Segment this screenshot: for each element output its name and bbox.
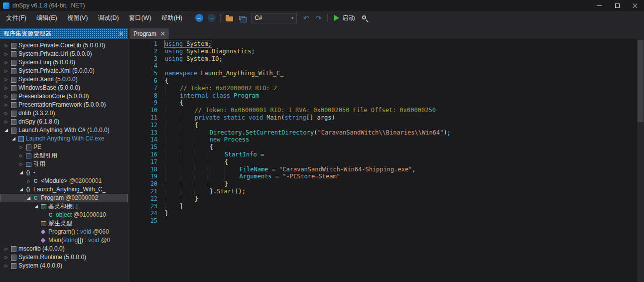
tree-item[interactable]: ▷PresentationFramework (5.0.0.0): [0, 101, 128, 109]
close-button[interactable]: [626, 0, 644, 11]
indent-guide: [180, 173, 195, 180]
tree-item[interactable]: 派生类型: [0, 219, 128, 228]
code-line: 2using System.Diagnostics;: [129, 48, 644, 55]
close-icon: [633, 3, 638, 8]
line-number: 16: [129, 151, 157, 158]
code-line: 13 Directory.SetCurrentDirectory("Carava…: [129, 129, 644, 137]
menu-item[interactable]: 窗口(W): [124, 11, 156, 25]
expand-arrow-icon[interactable]: ▷: [3, 67, 9, 75]
tree-item[interactable]: ▷System.Linq (5.0.0.0): [0, 58, 128, 67]
minimize-button[interactable]: [590, 0, 608, 11]
tree-item[interactable]: ▷dnlib (3.3.2.0): [0, 109, 128, 118]
tree-item[interactable]: ▷<Module> @02000001: [0, 177, 128, 185]
tree-item[interactable]: ▷System.Runtime (5.0.0.0): [0, 253, 128, 262]
line-number: 21: [129, 188, 157, 195]
tree-item[interactable]: ◢Program @02000002: [0, 194, 128, 202]
indent-guide: [180, 122, 195, 129]
menu-item[interactable]: 视图(V): [62, 11, 93, 25]
code-text: }: [165, 180, 228, 188]
tree-item[interactable]: Program() : void @060: [0, 228, 128, 236]
menu-item[interactable]: 调试(D): [93, 11, 124, 25]
expand-arrow-icon[interactable]: ▷: [3, 41, 9, 50]
indent-guide: [195, 173, 210, 180]
tree-item[interactable]: ◢-: [0, 168, 128, 177]
code-line: 22 }: [129, 195, 644, 203]
collapse-arrow-icon[interactable]: ◢: [33, 202, 39, 211]
tree-item[interactable]: ▷System.Xaml (5.0.0.0): [0, 75, 128, 84]
collapse-arrow-icon[interactable]: ◢: [18, 168, 24, 177]
tree-item[interactable]: object @01000010: [0, 211, 128, 219]
panel-close-button[interactable]: [118, 30, 125, 37]
expand-arrow-icon[interactable]: ▷: [3, 75, 9, 84]
expand-arrow-icon[interactable]: ▷: [3, 101, 9, 109]
expand-arrow-icon[interactable]: ▷: [18, 151, 24, 160]
tree-item[interactable]: ▷dnSpy (6.1.8.0): [0, 118, 128, 126]
expand-arrow-icon[interactable]: ▷: [18, 160, 24, 168]
tree-item-label: mscorlib (4.0.0.0): [18, 245, 65, 253]
expand-arrow-icon[interactable]: ▷: [25, 177, 32, 185]
collapse-arrow-icon[interactable]: ◢: [3, 126, 9, 135]
tab-label: Program: [133, 30, 156, 37]
navigate-forward-button[interactable]: →: [205, 12, 218, 23]
menu-item[interactable]: 帮助(H): [156, 11, 187, 25]
tree-item[interactable]: ▷PE: [0, 143, 128, 151]
tree-item[interactable]: ▷System.Private.Xml (5.0.0.0): [0, 67, 128, 75]
menu-item[interactable]: 编辑(E): [31, 11, 62, 25]
tree-item[interactable]: ◢Launch_Anything_With_C_: [0, 185, 128, 194]
language-select[interactable]: C# ▼: [251, 13, 297, 23]
expand-arrow-icon[interactable]: ▷: [3, 253, 9, 262]
tree-item[interactable]: ▷引用: [0, 160, 128, 168]
start-debug-button[interactable]: 启动: [330, 12, 359, 23]
maximize-button[interactable]: [608, 0, 626, 11]
redo-button[interactable]: ↷: [312, 12, 325, 23]
navigate-back-button[interactable]: ←: [193, 12, 205, 23]
tree-item[interactable]: ◢基类和接口: [0, 202, 128, 211]
expand-arrow-icon[interactable]: ▷: [3, 109, 9, 118]
tree-item[interactable]: ◢Launch Anything With C#.exe: [0, 135, 128, 143]
collapse-arrow-icon[interactable]: ◢: [10, 135, 17, 143]
expand-arrow-icon[interactable]: ▷: [3, 84, 9, 92]
menu-item[interactable]: 文件(F): [1, 11, 31, 25]
indent-guide: [165, 166, 180, 173]
code-line: 7 // Token: 0x02000002 RID: 2: [129, 85, 644, 92]
undo-button[interactable]: ↶: [300, 12, 312, 23]
collapse-arrow-icon[interactable]: ◢: [18, 185, 24, 194]
code-text: FileName = "CaravanSandWitch-Win64-Shipp…: [165, 166, 416, 173]
tree-item[interactable]: ◢Launch Anything With C# (1.0.0.0): [0, 126, 128, 135]
namespace-icon: [24, 186, 32, 193]
tree-item[interactable]: ▷System (4.0.0.0): [0, 262, 128, 270]
tree-item[interactable]: ▷System.Private.CoreLib (5.0.0.0): [0, 41, 128, 50]
collapse-arrow-icon[interactable]: ◢: [25, 194, 32, 202]
code-text: using System.IO;: [165, 55, 223, 63]
expand-arrow-icon[interactable]: ▷: [3, 50, 9, 58]
tree-item[interactable]: ▷类型引用: [0, 151, 128, 160]
tab-program[interactable]: Program: [129, 28, 169, 39]
class-icon: [47, 212, 54, 218]
tree-item-label: <Module> @02000001: [41, 177, 102, 185]
main-area: 程序集资源管理器 ▷System.Private.CoreLib (5.0.0.…: [0, 25, 644, 282]
tree-item-label: System.Runtime (5.0.0.0): [18, 253, 86, 262]
expand-arrow-icon[interactable]: ▷: [3, 58, 9, 67]
scrollbar-thumb[interactable]: [638, 40, 644, 122]
search-button[interactable]: [359, 12, 371, 23]
code-line: 4: [129, 62, 644, 70]
code-line: 20 }: [129, 180, 644, 188]
expand-arrow-icon[interactable]: ▷: [3, 92, 9, 101]
expand-arrow-icon[interactable]: ▷: [18, 143, 24, 151]
tree-item[interactable]: ▷mscorlib (4.0.0.0): [0, 245, 128, 253]
expand-arrow-icon[interactable]: ▷: [3, 245, 9, 253]
save-all-button[interactable]: [236, 12, 248, 23]
code-line: 15 {: [129, 143, 644, 151]
tree-item[interactable]: ▷WindowsBase (5.0.0.0): [0, 84, 128, 92]
expand-arrow-icon[interactable]: ▷: [3, 262, 9, 270]
open-file-button[interactable]: [223, 12, 236, 23]
window-title: dnSpy v6.1.8 (64-bit, .NET): [12, 2, 85, 9]
tree-item-label: System.Linq (5.0.0.0): [18, 58, 75, 67]
vertical-scrollbar[interactable]: [637, 39, 644, 282]
tab-close-icon[interactable]: [161, 32, 165, 36]
tree-item[interactable]: ▷System.Private.Uri (5.0.0.0): [0, 50, 128, 58]
tree-item[interactable]: Main(string[]) : void @0: [0, 236, 128, 245]
code-editor[interactable]: 1using System;2using System.Diagnostics;…: [129, 39, 644, 282]
tree-item[interactable]: ▷PresentationCore (5.0.0.0): [0, 92, 128, 101]
expand-arrow-icon[interactable]: ▷: [3, 118, 9, 126]
